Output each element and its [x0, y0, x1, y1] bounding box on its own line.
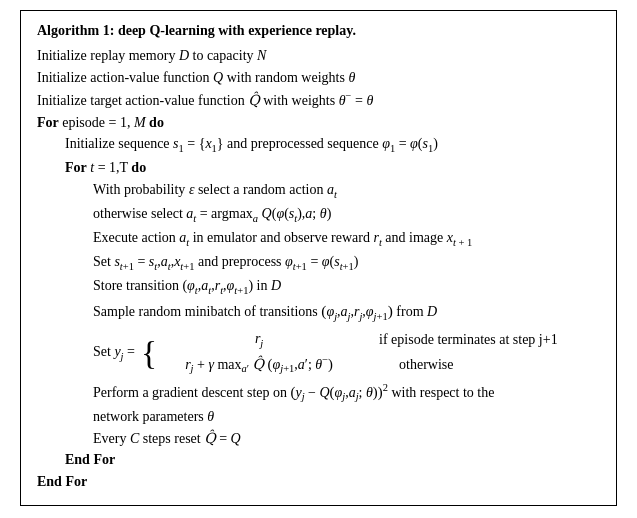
- line-sample: Sample random minibatch of transitions (…: [37, 299, 600, 325]
- line-set-s: Set st+1 = st,at,xt+1 and preprocess φt+…: [37, 251, 600, 275]
- algorithm-box: Algorithm 1: deep Q-learning with experi…: [20, 10, 617, 506]
- line-init2: Initialize action-value function Q with …: [37, 67, 600, 89]
- line-gradient: Perform a gradient descent step on (yj −…: [37, 380, 600, 406]
- line-init1: Initialize replay memory D to capacity N: [37, 45, 600, 67]
- line-end-for-outer: End For: [37, 471, 600, 493]
- line-otherwise: otherwise select at = argmaxa Q(φ(st),a;…: [37, 203, 600, 227]
- case1-cond: if episode terminates at step j+1: [379, 329, 558, 351]
- line-init-seq: Initialize sequence s1 = {x1} and prepro…: [37, 133, 600, 157]
- case2-math: rj + γ maxa′ Q̂ (φj+1,a′; θ−): [159, 352, 359, 378]
- algorithm-title: Algorithm 1: deep Q-learning with experi…: [37, 23, 600, 39]
- line-every: Every C steps reset Q̂ = Q: [37, 428, 600, 450]
- case-row-2: rj + γ maxa′ Q̂ (φj+1,a′; θ−) otherwise: [159, 352, 558, 378]
- set-y-block: Set yj = { rj if episode terminates at s…: [37, 328, 600, 379]
- case2-cond: otherwise: [399, 354, 453, 376]
- line-init3: Initialize target action-value function …: [37, 88, 600, 111]
- line-gradient-cont: network parameters θ: [37, 406, 600, 428]
- case-row-1: rj if episode terminates at step j+1: [159, 328, 558, 353]
- line-execute: Execute action at in emulator and observ…: [37, 227, 600, 251]
- algorithm-body: Initialize replay memory D to capacity N…: [37, 45, 600, 493]
- line-for-episode: For episode = 1, M do: [37, 112, 600, 134]
- case1-math: rj: [159, 328, 359, 353]
- left-brace: {: [141, 336, 157, 370]
- line-end-for-inner: End For: [37, 449, 600, 471]
- line-for-t: For t = 1,T do: [37, 157, 600, 179]
- cases-container: rj if episode terminates at step j+1 rj …: [159, 328, 558, 379]
- line-store: Store transition (φt,at,rt,φt+1) in D: [37, 275, 600, 299]
- line-prob: With probability ε select a random actio…: [37, 179, 600, 203]
- set-y-label: Set yj =: [37, 341, 135, 365]
